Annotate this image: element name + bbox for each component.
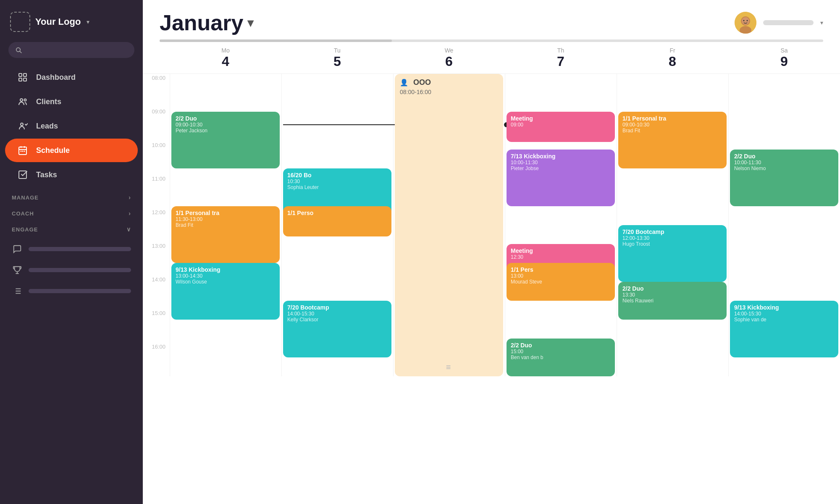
day-col [728, 242, 840, 276]
svg-line-1 [20, 51, 21, 53]
engage-bar-chat [29, 247, 131, 251]
day-col [505, 74, 617, 108]
time-label: 16:00 [143, 343, 170, 376]
logo-area[interactable]: Your Logo ▾ [0, 0, 143, 40]
svg-point-28 [747, 20, 748, 21]
event-card-ev2[interactable]: 1/1 Personal tra11:30-13:00Brad Fit [171, 206, 280, 263]
main-header: January ▾ ▾ [143, 0, 840, 35]
coach-chevron: › [129, 210, 131, 217]
calendar-body: 08:0009:0010:0011:0012:0013:0014:0015:00… [143, 74, 840, 504]
search-icon [15, 46, 22, 54]
event-person: Wilson Gouse [176, 279, 276, 285]
trophy-icon [12, 265, 23, 276]
event-card-ev8[interactable]: 7/13 Kickboxing10:00-11:30Pieter Jobse [507, 150, 615, 206]
engage-bar-list [29, 289, 131, 293]
day-col [393, 242, 505, 276]
event-person: Mourad Steve [511, 279, 611, 285]
day-col [393, 208, 505, 242]
day-col [393, 108, 505, 141]
event-card-ev5[interactable]: 1/1 Perso [283, 206, 391, 236]
search-bar[interactable] [8, 42, 134, 58]
event-person: Sophie van de [734, 317, 834, 323]
event-card-ev10[interactable]: 1/1 Pers13:00Mourad Steve [507, 263, 615, 301]
user-name-bar [763, 20, 814, 25]
day-header-we: We 6 [393, 47, 505, 74]
event-card-ev11[interactable]: 2/2 Duo15:00Ben van den b [507, 339, 615, 376]
day-col [170, 175, 281, 208]
event-title: 2/2 Duo [176, 115, 276, 122]
section-engage[interactable]: ENGAGE ∨ [0, 219, 143, 235]
event-card-ev14[interactable]: 2/2 Duo13:30Niels Rauweri [618, 282, 727, 320]
sidebar-item-dashboard[interactable]: Dashboard [5, 66, 138, 89]
day-header-tu: Tu 5 [281, 47, 393, 74]
calendar-grid: Mo 4 Tu 5 We 6 Th 7 Fr 8 [143, 42, 840, 504]
svg-point-8 [21, 123, 23, 126]
time-label: 15:00 [143, 309, 170, 343]
time-label: 08:00 [143, 74, 170, 108]
logo-text: Your Logo [35, 16, 81, 27]
engage-chevron: ∨ [126, 226, 131, 233]
time-col-header [143, 47, 170, 74]
svg-rect-4 [19, 78, 22, 81]
sidebar-item-leads[interactable]: Leads [5, 114, 138, 138]
month-title-area: January ▾ [160, 10, 253, 35]
engage-item-trophy[interactable] [0, 260, 143, 281]
svg-point-7 [24, 99, 26, 101]
dashboard-label: Dashboard [36, 73, 76, 82]
event-card-ev12[interactable]: 1/1 Personal tra09:00-10:30Brad Fit [618, 112, 727, 168]
event-title: 9/13 Kickboxing [734, 304, 834, 311]
svg-point-27 [743, 20, 745, 21]
day-col [170, 74, 281, 108]
engage-item-list[interactable] [0, 281, 143, 302]
day-header-mo: Mo 4 [170, 47, 281, 74]
event-card-ev16[interactable]: 9/13 Kickboxing14:00-15:30Sophie van de [730, 301, 838, 357]
event-title: 2/2 Duo [622, 285, 722, 292]
event-card-ev15[interactable]: 2/2 Duo10:00-11:30Nelson Niemo [730, 150, 838, 206]
tasks-label: Tasks [36, 171, 57, 179]
event-time: 12:30 [511, 254, 611, 260]
engage-item-chat[interactable] [0, 239, 143, 260]
event-card-ev7[interactable]: Meeting09:00 [507, 112, 615, 142]
day-col [281, 108, 393, 141]
clients-icon [17, 96, 29, 108]
schedule-icon [17, 144, 29, 156]
day-col [505, 208, 617, 242]
time-label: 13:00 [143, 242, 170, 276]
event-card-ev1[interactable]: 2/2 Duo09:00-10:30Peter Jackson [171, 112, 280, 168]
event-time: 13:00-14:30 [176, 273, 276, 279]
section-coach[interactable]: COACH › [0, 203, 143, 219]
svg-rect-2 [19, 74, 22, 76]
logo-dropdown-arrow[interactable]: ▾ [87, 18, 89, 25]
event-time: 09:00-10:30 [622, 122, 722, 128]
month-dropdown-arrow[interactable]: ▾ [247, 16, 253, 30]
avatar [735, 12, 756, 34]
engage-bar-trophy [29, 268, 131, 272]
main-content: January ▾ ▾ [143, 0, 840, 504]
event-time: 14:00-15:30 [287, 311, 387, 317]
day-col [393, 343, 505, 376]
event-person: Ben van den b [511, 354, 611, 360]
sidebar-item-tasks[interactable]: Tasks [5, 163, 138, 186]
sidebar-item-clients[interactable]: Clients [5, 90, 138, 113]
event-title: 1/1 Perso [287, 210, 387, 216]
time-label: 11:00 [143, 175, 170, 208]
time-label: 10:00 [143, 141, 170, 175]
event-title: 2/2 Duo [511, 342, 611, 349]
svg-point-6 [20, 99, 23, 101]
dashboard-icon [17, 71, 29, 83]
section-manage[interactable]: MANAGE › [0, 187, 143, 203]
event-card-ev13[interactable]: 7/20 Bootcamp12:00-13:30Hugo Troost [618, 225, 727, 282]
search-input[interactable] [26, 47, 128, 54]
user-dropdown-arrow[interactable]: ▾ [820, 19, 823, 26]
day-col [393, 175, 505, 208]
leads-icon [17, 120, 29, 132]
engage-items [0, 235, 143, 303]
sidebar-item-schedule[interactable]: Schedule [5, 139, 138, 162]
day-col [617, 74, 728, 108]
event-card-ev3[interactable]: 9/13 Kickboxing13:00-14:30Wilson Gouse [171, 263, 280, 320]
time-label: 09:00 [143, 108, 170, 141]
day-col [170, 343, 281, 376]
event-card-ev6[interactable]: 7/20 Bootcamp14:00-15:30Kelly Clarksor [283, 301, 391, 357]
event-time: 15:00 [511, 349, 611, 354]
event-title: 7/20 Bootcamp [622, 228, 722, 235]
